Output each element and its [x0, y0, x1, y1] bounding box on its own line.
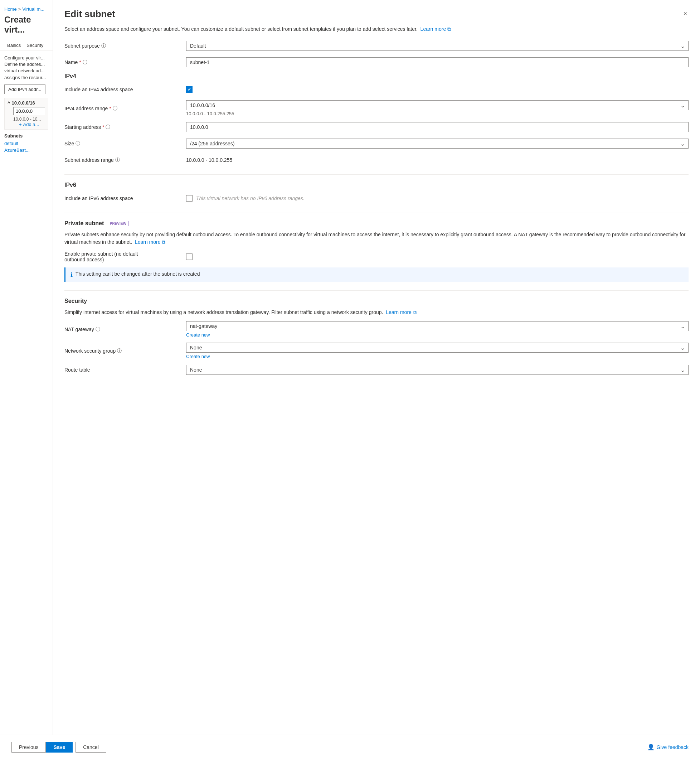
form-row-enable-private-subnet: Enable private subnet (no default outbou…: [64, 251, 689, 263]
ip-block-header: ^ 10.0.0.0/16: [8, 100, 45, 106]
main-panel: Edit subnet × Select an address space an…: [53, 0, 700, 759]
collapse-icon: ^: [8, 100, 10, 106]
nat-gateway-info-icon: ⓘ: [95, 326, 100, 333]
bottom-bar: Previous Save Cancel 👤 Give feedback: [0, 735, 700, 759]
security-section-title: Security: [64, 298, 689, 304]
subnet-link-azurebast[interactable]: AzureBast...: [4, 147, 48, 153]
panel-description: Select an address space and configure yo…: [64, 25, 689, 33]
breadcrumb-home[interactable]: Home: [4, 6, 17, 12]
subnets-section: Subnets default AzureBast...: [4, 133, 48, 153]
left-bottom-btns: Previous: [11, 742, 46, 753]
ipv4-range-select-wrapper: 10.0.0.0/16: [186, 100, 689, 110]
network-security-group-label: Network security group ⓘ: [64, 347, 186, 354]
ipv4-range-select[interactable]: 10.0.0.0/16: [186, 100, 689, 110]
ipv4-range-control: 10.0.0.0/16 10.0.0.0 - 10.0.255.255: [186, 100, 689, 116]
ip-input[interactable]: [13, 107, 45, 115]
name-info-icon: ⓘ: [83, 59, 88, 66]
private-subnet-section: Private subnet PREVIEW Private subnets e…: [64, 220, 689, 282]
form-row-subnet-purpose: Subnet purpose ⓘ Default: [64, 40, 689, 52]
size-info-icon: ⓘ: [75, 140, 80, 147]
subnet-range-info-icon: ⓘ: [115, 157, 120, 163]
name-label: Name * ⓘ: [64, 59, 186, 66]
subnet-range-label: Subnet address range ⓘ: [64, 157, 186, 163]
size-control: /24 (256 addresses): [186, 139, 689, 149]
security-learn-more-link[interactable]: Learn more ⧉: [386, 309, 416, 315]
starting-address-control: [186, 122, 689, 132]
subnet-purpose-select[interactable]: Default: [186, 41, 689, 51]
feedback-link[interactable]: 👤 Give feedback: [647, 743, 689, 750]
left-content: Configure your vir... Define the addres.…: [0, 50, 53, 159]
include-ipv4-label: Include an IPv4 address space: [64, 87, 186, 92]
previous-button[interactable]: Previous: [11, 742, 46, 753]
subnets-label: Subnets: [4, 133, 48, 139]
enable-private-subnet-checkbox[interactable]: [186, 254, 192, 260]
subnet-purpose-info-icon: ⓘ: [101, 42, 106, 49]
nat-gateway-select[interactable]: nat-gateway: [186, 321, 689, 331]
subnet-link-default[interactable]: default: [4, 141, 48, 146]
nat-gateway-select-wrapper: nat-gateway: [186, 321, 689, 331]
route-table-select-wrapper: None: [186, 365, 689, 375]
panel-title: Edit subnet: [64, 9, 115, 20]
form-row-name: Name * ⓘ: [64, 56, 689, 68]
left-panel: Home > Virtual m... Create virt... Basic…: [0, 0, 53, 759]
starting-address-label: Starting address * ⓘ: [64, 124, 186, 130]
tab-security[interactable]: Security: [23, 41, 46, 50]
form-row-route-table: Route table None: [64, 364, 689, 376]
cancel-button[interactable]: Cancel: [75, 742, 106, 753]
subnet-range-value: 10.0.0.0 - 10.0.0.255: [186, 157, 689, 163]
left-description: Configure your vir... Define the addres.…: [4, 55, 48, 81]
network-security-group-control: None Create new: [186, 343, 689, 359]
ipv4-range-required-star: *: [109, 106, 111, 111]
form-row-include-ipv6: Include an IPv6 address space This virtu…: [64, 192, 689, 204]
breadcrumb: Home > Virtual m...: [0, 6, 53, 15]
ipv4-range-info-icon: ⓘ: [113, 105, 117, 112]
nsg-create-new[interactable]: Create new: [186, 354, 689, 359]
private-subnet-learn-more-link[interactable]: Learn more ⧉: [135, 239, 165, 245]
security-desc: Simplify internet access for virtual mac…: [64, 308, 689, 316]
size-label: Size ⓘ: [64, 140, 186, 147]
name-control: [186, 57, 689, 67]
ip-block-detail: 10.0.0.0 - 10... + Add a...: [8, 106, 45, 127]
starting-address-input[interactable]: [186, 122, 689, 132]
info-banner: ℹ This setting can't be changed after th…: [64, 268, 689, 282]
save-button[interactable]: Save: [46, 742, 73, 753]
tab-basics[interactable]: Basics: [4, 41, 23, 50]
form-row-network-security-group: Network security group ⓘ None Create new: [64, 343, 689, 359]
starting-address-required-star: *: [102, 124, 104, 130]
ipv4-range-sub-text: 10.0.0.0 - 10.0.255.255: [186, 111, 689, 116]
form-row-include-ipv4: Include an IPv4 address space: [64, 84, 689, 95]
subnet-purpose-control: Default: [186, 41, 689, 51]
info-banner-icon: ℹ: [70, 271, 73, 278]
network-security-group-info-icon: ⓘ: [117, 347, 122, 354]
form-row-ipv4-range: IPv4 address range * ⓘ 10.0.0.0/16 10.0.…: [64, 100, 689, 116]
breadcrumb-separator: >: [18, 6, 21, 12]
include-ipv6-checkbox[interactable]: [186, 195, 192, 202]
ip-block: ^ 10.0.0.0/16 10.0.0.0 - 10... + Add a..…: [4, 98, 48, 130]
security-section: Security Simplify internet access for vi…: [64, 298, 689, 376]
nat-gateway-create-new[interactable]: Create new: [186, 332, 689, 338]
learn-more-link-top[interactable]: Learn more ⧉: [420, 26, 451, 32]
ipv6-section: IPv6 Include an IPv6 address space This …: [64, 182, 689, 204]
ipv6-section-title: IPv6: [64, 182, 689, 188]
enable-private-subnet-label: Enable private subnet (no default outbou…: [64, 251, 186, 263]
page-title: Create virt...: [0, 15, 53, 41]
close-button[interactable]: ×: [682, 9, 689, 19]
add-subnet-link[interactable]: + Add a...: [13, 122, 45, 127]
tabs-nav: Basics Security: [0, 41, 53, 50]
nat-gateway-label: NAT gateway ⓘ: [64, 326, 186, 333]
route-table-select[interactable]: None: [186, 365, 689, 375]
add-ipv4-btn[interactable]: Add IPv4 addr...: [4, 85, 45, 94]
ipv4-section-title: IPv4: [64, 73, 689, 80]
size-select[interactable]: /24 (256 addresses): [186, 139, 689, 149]
name-input[interactable]: [186, 57, 689, 67]
form-row-subnet-range: Subnet address range ⓘ 10.0.0.0 - 10.0.0…: [64, 154, 689, 166]
subnet-purpose-label: Subnet purpose ⓘ: [64, 42, 186, 49]
form-row-nat-gateway: NAT gateway ⓘ nat-gateway Create new: [64, 321, 689, 338]
name-required-star: *: [79, 59, 81, 65]
size-select-wrapper: /24 (256 addresses): [186, 139, 689, 149]
nsg-select[interactable]: None: [186, 343, 689, 353]
plus-icon: +: [19, 122, 22, 127]
breadcrumb-current[interactable]: Virtual m...: [22, 6, 44, 12]
include-ipv4-checkbox[interactable]: [186, 86, 192, 93]
include-ipv6-label: Include an IPv6 address space: [64, 196, 186, 201]
